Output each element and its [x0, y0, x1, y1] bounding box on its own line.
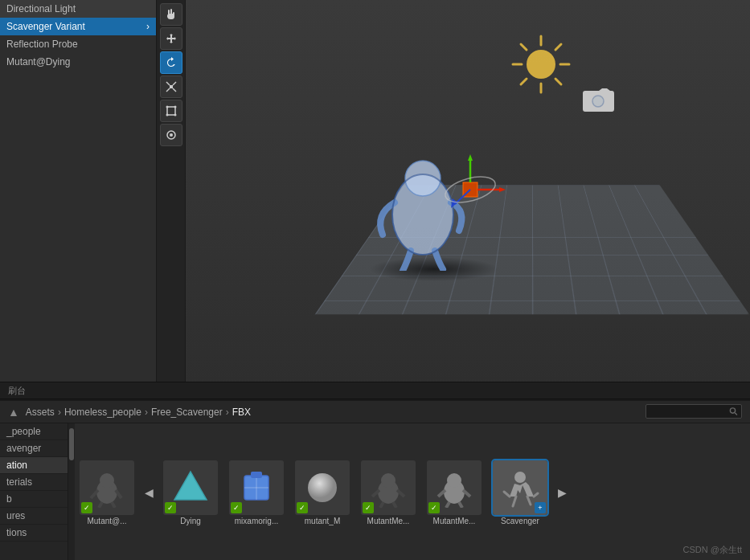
- asset-label-mutant-m: mutant_M: [293, 517, 351, 525]
- svg-point-48: [308, 473, 337, 502]
- breadcrumb-bar: ▲ Assets › Homeless_people › Free_Scaven…: [0, 401, 750, 423]
- transform-tool-button[interactable]: [160, 124, 182, 146]
- hierarchy-item-scavenger-variant[interactable]: Scavenger Variant ›: [0, 18, 156, 35]
- search-bar[interactable]: [645, 404, 742, 419]
- assets-next-button[interactable]: ▶: [554, 465, 570, 520]
- asset-label-mutant-idle: Mutant@...: [78, 517, 136, 525]
- svg-point-38: [100, 473, 114, 488]
- asset-thumb-mixamorig: ✓: [229, 460, 284, 515]
- assets-left-item-motions[interactable]: tions: [0, 525, 68, 542]
- transform-gizmo: [435, 154, 507, 227]
- watermark: CSDN @余生tt: [682, 544, 742, 556]
- asset-item-dying[interactable]: ✓ Dying: [158, 459, 223, 527]
- hierarchy-item-directional-light[interactable]: Directional Light: [0, 0, 156, 18]
- hierarchy-item-mutant-dying[interactable]: Mutant@Dying: [0, 53, 156, 71]
- asset-item-scavenger[interactable]: + Scavenger: [488, 459, 552, 527]
- svg-line-62: [513, 497, 516, 506]
- asset-badge-dying-check: ✓: [165, 502, 176, 513]
- svg-point-50: [381, 473, 395, 488]
- breadcrumb-assets[interactable]: Assets: [26, 407, 55, 418]
- svg-line-60: [459, 502, 462, 508]
- svg-marker-43: [174, 472, 207, 500]
- asset-item-mixamorig[interactable]: ✓ mixamorig...: [224, 459, 289, 527]
- scroll-thumb[interactable]: [69, 428, 74, 460]
- svg-line-64: [504, 492, 510, 497]
- viewport[interactable]: [186, 0, 750, 386]
- svg-rect-5: [167, 107, 175, 115]
- scroll-bar[interactable]: [68, 423, 75, 560]
- sun-icon: [509, 32, 573, 96]
- svg-line-53: [380, 502, 383, 508]
- assets-left-item-rig[interactable]: b: [0, 491, 68, 508]
- svg-point-9: [174, 114, 176, 116]
- asset-thumb-dying: ✓: [163, 460, 218, 515]
- scale-tool-button[interactable]: [160, 76, 182, 98]
- svg-line-31: [555, 79, 561, 84]
- asset-item-mutant-idle[interactable]: ✓ Mutant@...: [75, 459, 139, 527]
- asset-label-scavenger: Scavenger: [491, 517, 549, 525]
- svg-line-59: [446, 502, 449, 508]
- svg-point-35: [731, 408, 736, 413]
- svg-point-7: [174, 106, 176, 108]
- svg-line-30: [521, 44, 527, 50]
- asset-badge-scavenger-plus: +: [535, 502, 546, 513]
- assets-left-item-materials[interactable]: terials: [0, 474, 68, 491]
- assets-left-item-fbx[interactable]: ation: [0, 457, 68, 474]
- breadcrumb-up-button[interactable]: ▲: [8, 406, 19, 419]
- asset-label-mutantme-2: MutantMe...: [425, 517, 483, 525]
- hand-tool-button[interactable]: [160, 3, 182, 26]
- svg-marker-21: [499, 187, 506, 192]
- svg-line-36: [735, 413, 737, 415]
- hierarchy-panel: Directional Light Scavenger Variant › Re…: [0, 0, 157, 386]
- svg-line-33: [521, 79, 527, 84]
- svg-line-63: [527, 497, 531, 505]
- assets-left-item-people[interactable]: _people: [0, 423, 68, 440]
- assets-left-item-scavenger[interactable]: avenger: [0, 440, 68, 457]
- asset-badge-mixamorig-check: ✓: [231, 502, 242, 513]
- asset-label-mutantme-1: MutantMe...: [359, 517, 417, 525]
- rotate-tool-button[interactable]: [160, 51, 182, 74]
- svg-point-61: [514, 472, 526, 483]
- svg-line-3: [166, 88, 170, 92]
- rect-tool-button[interactable]: [160, 100, 182, 122]
- asset-thumb-mutant-idle: ✓: [80, 460, 134, 515]
- panel-label: 刷台: [8, 385, 26, 397]
- assets-items-area: ✓ Mutant@... ◀ ✓ Dying: [75, 423, 750, 560]
- svg-point-25: [527, 50, 555, 79]
- svg-point-11: [170, 133, 173, 137]
- hierarchy-item-reflection-probe[interactable]: Reflection Probe: [0, 35, 156, 53]
- svg-point-56: [447, 473, 461, 488]
- asset-badge-mutantme1-check: ✓: [363, 502, 374, 513]
- svg-point-34: [592, 96, 604, 107]
- breadcrumb-homeless-people[interactable]: Homeless_people: [64, 407, 141, 418]
- breadcrumb-fbx[interactable]: FBX: [232, 407, 251, 418]
- svg-line-54: [393, 502, 396, 508]
- toolbar-vertical: [157, 0, 186, 386]
- svg-marker-23: [451, 198, 457, 208]
- assets-prev-button[interactable]: ◀: [141, 465, 157, 520]
- svg-marker-19: [468, 154, 473, 161]
- svg-line-1: [166, 82, 170, 85]
- asset-badge-mutant-m-check: ✓: [297, 502, 308, 513]
- asset-item-mutant-m[interactable]: ✓ mutant_M: [290, 459, 355, 527]
- asset-badge-check: ✓: [81, 502, 92, 513]
- asset-thumb-mutantme-2: ✓: [427, 460, 482, 515]
- svg-rect-0: [170, 85, 173, 88]
- assets-left-panel: _people avenger ation terials b ures tio…: [0, 423, 68, 560]
- breadcrumb-free-scavenger[interactable]: Free_Scavenger: [151, 407, 223, 418]
- svg-line-4: [173, 88, 176, 92]
- asset-label-dying: Dying: [162, 517, 219, 525]
- asset-thumb-mutant-m: ✓: [295, 460, 350, 515]
- move-tool-button[interactable]: [160, 27, 182, 50]
- asset-item-mutantme-1[interactable]: ✓ MutantMe...: [356, 459, 420, 527]
- svg-line-32: [555, 44, 561, 50]
- assets-left-item-textures[interactable]: ures: [0, 508, 68, 525]
- svg-rect-47: [251, 472, 262, 478]
- svg-line-2: [173, 82, 176, 85]
- status-bar: 刷台: [0, 382, 750, 399]
- asset-item-mutantme-2[interactable]: ✓ MutantMe...: [422, 459, 486, 527]
- camera-icon: [581, 87, 615, 122]
- asset-thumb-mutantme-1: ✓: [361, 460, 416, 515]
- search-input[interactable]: [650, 407, 729, 416]
- assets-browser: ▲ Assets › Homeless_people › Free_Scaven…: [0, 399, 750, 560]
